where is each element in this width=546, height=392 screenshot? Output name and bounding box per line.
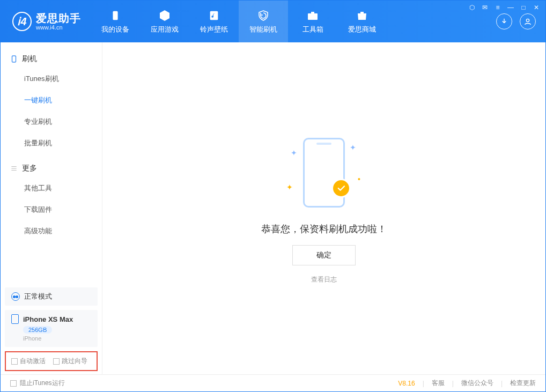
section-title: 更多: [22, 164, 37, 173]
sidebar-item-download-firmware[interactable]: 下载固件: [1, 199, 102, 220]
tab-apps[interactable]: 应用游戏: [140, 1, 189, 42]
checkbox-label: 跳过向导: [62, 357, 87, 366]
footer-support-link[interactable]: 客服: [432, 379, 445, 388]
phone-outline-icon: [10, 55, 18, 63]
success-message: 恭喜您，保资料刷机成功啦！: [261, 223, 387, 235]
tab-my-device[interactable]: 我的设备: [91, 1, 140, 42]
device-mode-box[interactable]: 正常模式: [5, 287, 98, 306]
storage-badge: 256GB: [23, 326, 52, 334]
feedback-icon[interactable]: ✉: [481, 4, 489, 11]
tab-flash[interactable]: 智能刷机: [239, 1, 288, 42]
main-content: ✦✦✦• 恭喜您，保资料刷机成功啦！ 确定 查看日志: [102, 42, 545, 374]
toolbox-icon: [306, 9, 320, 23]
device-type: iPhone: [23, 335, 91, 342]
svg-rect-0: [113, 11, 117, 20]
svg-rect-3: [311, 12, 314, 13]
tab-label: 铃声壁纸: [200, 25, 228, 34]
svg-rect-1: [210, 11, 218, 20]
close-icon[interactable]: ✕: [533, 4, 540, 11]
main-tabs: 我的设备 应用游戏 铃声壁纸 智能刷机 工具箱 爱思商城: [91, 1, 387, 42]
success-illustration: ✦✦✦•: [281, 132, 367, 213]
device-icon: [108, 9, 122, 23]
logo-icon: ⅰ4: [12, 12, 32, 31]
checkbox-label: 自动激活: [20, 357, 46, 366]
sidebar-item-advanced[interactable]: 高级功能: [1, 220, 102, 242]
sidebar-section-more: 更多: [1, 159, 102, 177]
checkbox-box: [53, 358, 60, 365]
tab-label: 我的设备: [101, 25, 129, 34]
sidebar: 刷机 iTunes刷机 一键刷机 专业刷机 批量刷机 更多 其他工具 下载固件 …: [1, 42, 102, 374]
svg-rect-2: [308, 13, 318, 20]
window-controls: ⬡ ✉ ≡ — □ ✕: [468, 4, 540, 11]
refresh-shield-icon: [256, 9, 270, 23]
sidebar-section-flash: 刷机: [1, 50, 102, 68]
checkbox-auto-activate[interactable]: 自动激活: [11, 357, 46, 366]
menu-icon[interactable]: ≡: [494, 4, 501, 11]
checkbox-box: [11, 358, 18, 365]
version-label: V8.16: [398, 380, 415, 387]
device-mode-label: 正常模式: [24, 292, 52, 301]
music-icon: [207, 9, 221, 23]
device-info-box[interactable]: iPhone XS Max 256GB iPhone: [5, 310, 98, 347]
checkbox-block-itunes[interactable]: 阻止iTunes运行: [10, 379, 65, 388]
checkbox-row-highlighted: 自动激活 跳过向导: [5, 351, 98, 371]
device-name: iPhone XS Max: [23, 315, 73, 323]
sidebar-item-itunes-flash[interactable]: iTunes刷机: [1, 68, 102, 90]
tab-label: 爱思商城: [348, 25, 376, 34]
tab-label: 智能刷机: [249, 25, 277, 34]
check-badge-icon: [331, 179, 351, 198]
checkbox-box: [10, 380, 17, 387]
tab-label: 工具箱: [302, 25, 323, 34]
tab-store[interactable]: 爱思商城: [337, 1, 387, 42]
ok-button[interactable]: 确定: [292, 245, 356, 265]
skin-icon[interactable]: ⬡: [468, 4, 476, 11]
store-icon: [355, 9, 369, 23]
checkbox-skip-guide[interactable]: 跳过向导: [53, 357, 87, 366]
mode-icon: [11, 292, 20, 301]
svg-rect-5: [12, 56, 16, 62]
cube-icon: [158, 9, 172, 23]
maximize-icon[interactable]: □: [520, 4, 527, 11]
footer: 阻止iTunes运行 V8.16 | 客服 | 微信公众号 | 检查更新: [1, 374, 545, 391]
section-title: 刷机: [22, 54, 37, 64]
view-log-link[interactable]: 查看日志: [311, 275, 337, 284]
tab-toolbox[interactable]: 工具箱: [288, 1, 337, 42]
footer-wechat-link[interactable]: 微信公众号: [461, 379, 493, 388]
app-title: 爱思助手: [36, 12, 81, 24]
app-subtitle: www.i4.cn: [36, 24, 81, 31]
checkbox-label: 阻止iTunes运行: [20, 379, 65, 388]
sidebar-item-batch-flash[interactable]: 批量刷机: [1, 132, 102, 154]
tab-ringtones[interactable]: 铃声壁纸: [189, 1, 239, 42]
user-button[interactable]: [520, 13, 536, 29]
logo-area: ⅰ4 爱思助手 www.i4.cn: [1, 1, 91, 42]
app-header: ⬡ ✉ ≡ — □ ✕ ⅰ4 爱思助手 www.i4.cn 我的设备 应用游戏 …: [1, 1, 545, 42]
sidebar-item-onekey-flash[interactable]: 一键刷机: [1, 90, 102, 111]
footer-check-update-link[interactable]: 检查更新: [510, 379, 536, 388]
phone-icon: [11, 314, 19, 324]
download-button[interactable]: [496, 13, 512, 29]
sidebar-item-pro-flash[interactable]: 专业刷机: [1, 111, 102, 132]
tab-label: 应用游戏: [151, 25, 179, 34]
svg-point-4: [526, 19, 529, 21]
minimize-icon[interactable]: —: [507, 4, 514, 11]
sidebar-item-other-tools[interactable]: 其他工具: [1, 177, 102, 199]
list-icon: [10, 165, 18, 172]
